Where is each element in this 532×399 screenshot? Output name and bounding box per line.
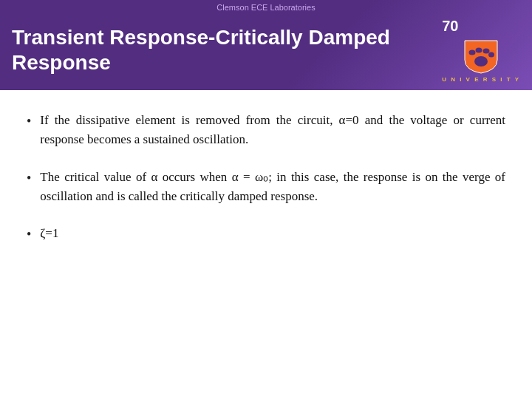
- bullet-text-1: If the dissipative element is removed fr…: [40, 111, 505, 150]
- slide-header: Clemson ECE Laboratories Transient Respo…: [0, 0, 532, 90]
- page-number: 70: [442, 18, 458, 35]
- university-label: U N I V E R S I T Y: [442, 76, 520, 83]
- clemson-logo-icon: [459, 38, 503, 75]
- svg-point-2: [476, 48, 482, 53]
- svg-point-1: [469, 50, 476, 55]
- logo-area: U N I V E R S I T Y: [442, 38, 520, 83]
- slide-title-line1: Transient Response-Critically Damped Res…: [12, 25, 390, 75]
- header-main: Transient Response-Critically Damped Res…: [0, 13, 532, 90]
- svg-point-4: [488, 52, 494, 58]
- bullet-dot-3: •: [27, 225, 31, 245]
- bullet-text-3: ζ=1: [40, 224, 58, 243]
- bullet-text-2: The critical value of α occurs when α = …: [40, 168, 505, 207]
- header-right: 70 U N I V E R S I T Y: [442, 18, 520, 83]
- svg-point-3: [483, 49, 490, 54]
- slide: Clemson ECE Laboratories Transient Respo…: [0, 0, 532, 399]
- bullet-dot-1: •: [27, 112, 31, 132]
- slide-content: • If the dissipative element is removed …: [0, 90, 532, 399]
- lab-name: Clemson ECE Laboratories: [0, 0, 532, 13]
- title-block: Transient Response-Critically Damped Res…: [12, 25, 390, 75]
- bullet-item-2: • The critical value of α occurs when α …: [27, 168, 505, 207]
- bullet-dot-2: •: [27, 168, 31, 188]
- svg-point-0: [474, 56, 488, 66]
- bullet-item-1: • If the dissipative element is removed …: [27, 111, 505, 150]
- bullet-item-3: • ζ=1: [27, 224, 505, 245]
